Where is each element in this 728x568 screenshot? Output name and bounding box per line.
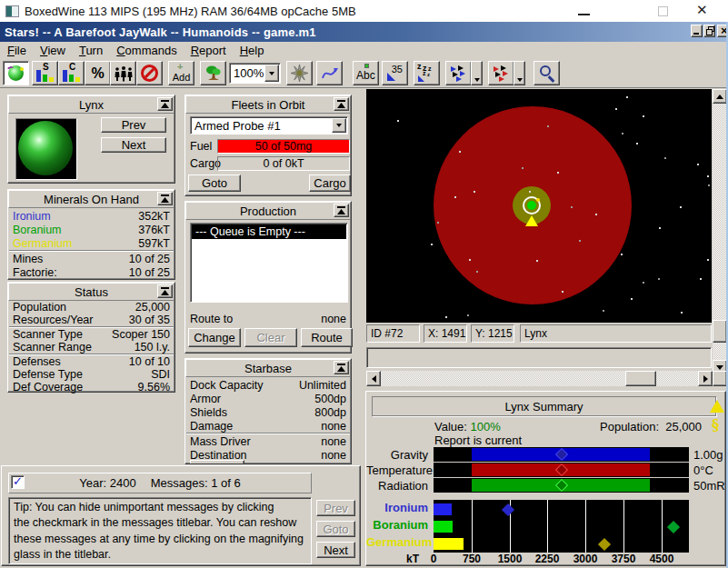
summary-collapse-icon[interactable] [710,400,724,413]
next-planet-button[interactable]: Next [101,137,166,153]
info-row: Mass Drivernone [185,434,351,448]
radiation-value: 50mR [693,479,725,493]
host-minimize-button[interactable] [578,14,590,15]
menu-commands[interactable]: Commands [116,44,176,57]
idle-fleets-icon[interactable]: zzzzz [414,61,440,85]
prev-message-button[interactable]: Prev [316,500,355,516]
planet-names-icon[interactable]: Abc [353,61,379,85]
selected-id-box: ID #72 [366,324,420,343]
selected-planet-dot[interactable] [527,201,536,210]
add-waypoint-button[interactable]: +Add [168,61,194,85]
info-row: Defenses10 of 10 [8,355,175,368]
summary-population: Population: 25,000 [600,420,702,433]
host-title: BoxedWine 113 MIPS (195 MHz) RAM 36/64MB… [25,5,356,18]
info-row: Scanner TypeScoper 150 [8,328,175,341]
find-icon[interactable] [534,61,560,85]
star [664,157,666,159]
status-panel-title: Status [8,283,175,301]
horizontal-scroll-thumb[interactable] [625,371,656,386]
fleet-dropdown-icon[interactable] [332,118,346,133]
starbase-panel-collapse-button[interactable] [334,361,349,374]
scroll-up-button[interactable] [713,89,727,104]
friendly-fleet-filter-dropdown[interactable] [471,61,483,85]
enemy-fleet-filter-dropdown[interactable] [514,61,525,85]
scanner-map[interactable] [366,89,712,323]
friendly-fleet-filter-icon[interactable] [445,61,472,85]
route-button[interactable]: Route [301,328,353,347]
zoom-dropdown-icon[interactable] [264,65,279,82]
vertical-scroll-thumb[interactable] [713,320,727,343]
next-message-button[interactable]: Next [316,542,355,558]
fleet-cargo-button[interactable]: Cargo [309,174,351,192]
menu-bar: FileViewTurnCommandsReportHelp [0,42,728,58]
app-minimize-button[interactable] [691,25,703,37]
map-vertical-scrollbar[interactable] [713,89,727,374]
goto-message-button[interactable]: Goto [316,521,355,537]
messages-filter-checkbox[interactable]: ✓ [11,475,25,489]
minerals-panel-collapse-button[interactable] [157,192,173,205]
fleet-goto-button[interactable]: Goto [188,174,241,192]
cargo-gauge[interactable]: 0 of 0kT [217,156,350,171]
star [437,222,439,224]
star [708,184,710,186]
map-horizontal-scrollbar[interactable] [366,371,713,386]
planet-panel: Lynx Prev Next [7,95,175,184]
prev-planet-button[interactable]: Prev [101,117,166,133]
ship-design-c-icon[interactable]: C [58,61,85,85]
host-maximize-button[interactable] [658,6,668,16]
axis-tick: 0 [415,553,452,565]
star [571,206,573,208]
fleets-panel-collapse-button[interactable] [334,97,349,111]
star [643,282,644,284]
fleets-in-orbit-panel: Fleets in Orbit Armed Probe #1 Fuel 50 o… [184,95,352,196]
star [658,278,660,280]
menu-help[interactable]: Help [240,44,264,57]
scroll-right-button[interactable] [698,371,713,386]
star [631,298,633,300]
production-queue[interactable]: --- Queue is Empty --- [190,223,348,303]
fleet-path-icon[interactable] [316,61,343,85]
clear-production-button[interactable]: Clear [244,328,297,347]
zoom-select[interactable]: 100% [229,63,281,84]
scroll-left-button[interactable] [366,371,381,386]
star [636,143,638,144]
menu-file[interactable]: File [7,44,26,57]
gravity-label: Gravity [366,448,428,462]
star [536,260,538,262]
star [445,316,447,318]
host-close-button[interactable]: ✕ [696,2,708,18]
info-row: Damagenone [185,419,351,433]
fleets-panel-title: Fleets in Orbit [185,95,351,114]
star [697,164,699,165]
status-panel-collapse-button[interactable] [157,284,173,298]
percent-icon[interactable]: % [85,61,111,85]
info-row: Mines10 of 25 [8,252,175,265]
fleet-marker[interactable] [525,215,538,226]
planet-summary-panel: Lynx Summary § Value: 100% Population: 2… [365,391,726,566]
no-info-icon[interactable] [136,61,163,85]
wait-35-icon[interactable]: 35 [382,61,408,85]
germanium-concentration-marker [598,537,611,550]
menu-turn[interactable]: Turn [79,44,103,57]
population-icon[interactable] [110,61,136,85]
axis-tick: 750 [454,553,490,565]
planet-panel-collapse-button[interactable] [157,97,173,111]
ship-design-s-icon[interactable]: S [32,61,58,85]
planet-report-icon[interactable] [3,61,29,85]
minefield-icon[interactable] [286,61,313,85]
star [700,278,702,280]
starbase-panel: Starbase Dock CapacityUnlimitedArmor500d… [184,358,352,464]
menu-view[interactable]: View [40,44,65,57]
menu-report[interactable]: Report [191,44,226,57]
summary-title: Lynx Summary [372,396,716,416]
gridline [623,500,624,553]
enemy-fleet-filter-icon[interactable] [488,61,514,85]
planet-mode-icon[interactable] [200,61,226,85]
change-production-button[interactable]: Change [188,328,241,347]
star [397,120,399,122]
fleet-select[interactable]: Armed Probe #1 [190,116,348,135]
app-restore-button[interactable] [703,25,715,37]
surface-minerals-icon[interactable]: § [712,416,719,433]
production-panel-collapse-button[interactable] [334,204,349,217]
starbase-goto-button[interactable] [190,460,244,464]
